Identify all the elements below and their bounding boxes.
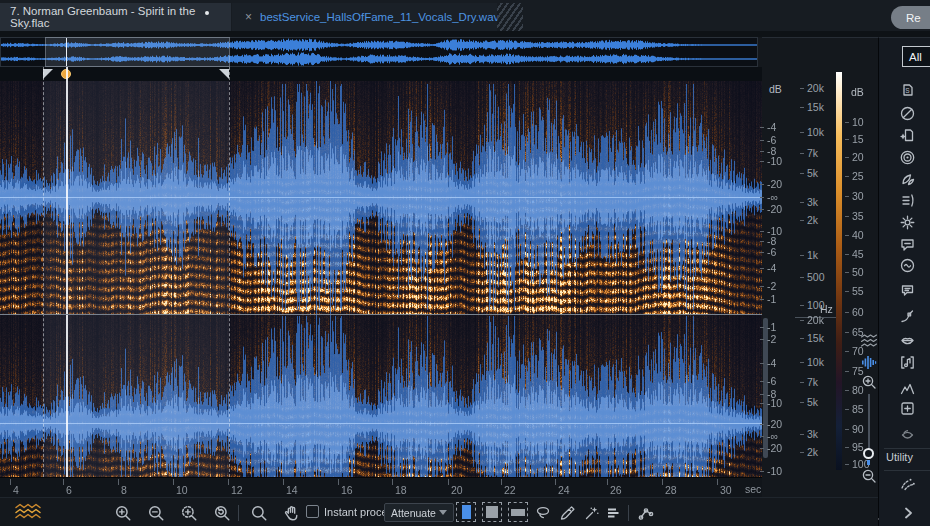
- colorbar-scale-label: 85: [845, 403, 864, 415]
- freq-scale-label: 3k: [800, 428, 818, 440]
- amp-scale-label: -6: [760, 375, 776, 387]
- colorbar-scale-label: 35: [845, 210, 864, 222]
- freq-scale-label: 20k: [800, 82, 824, 94]
- panel-collapse-chevron-icon[interactable]: [898, 503, 917, 522]
- tab-close-icon[interactable]: ×: [245, 10, 252, 24]
- automation-curve-icon[interactable]: [898, 307, 917, 326]
- colorbar-scale-label: 45: [845, 248, 864, 260]
- amp-scale-label: -4: [760, 357, 776, 369]
- time-selection-tool[interactable]: [456, 502, 476, 522]
- dialogue-contour-icon[interactable]: [898, 281, 917, 300]
- selection-left-edge[interactable]: [43, 67, 44, 477]
- dialogue-isolate-icon[interactable]: [898, 235, 917, 254]
- colorbar-scale-label: 40: [845, 229, 864, 241]
- zoom-in-icon[interactable]: [114, 504, 132, 522]
- spectrogram-settings-icon[interactable]: [14, 502, 44, 522]
- de-clip-icon[interactable]: [898, 104, 917, 123]
- svg-text:S: S: [905, 87, 910, 94]
- de-crackle-icon[interactable]: [898, 126, 917, 145]
- amp-scale-label: -2: [760, 280, 776, 292]
- process-mode-value: Attenuate: [391, 507, 436, 519]
- de-hum-icon[interactable]: [898, 148, 917, 167]
- freq-scale-label: 5k: [800, 396, 818, 408]
- freq-scale-label: 3k: [800, 196, 818, 208]
- module-filter-all-button[interactable]: All: [902, 46, 930, 67]
- render-button[interactable]: Re: [891, 6, 930, 29]
- amp-ruler-unit: dB: [769, 83, 782, 95]
- amp-scale-label: -10: [760, 397, 782, 409]
- overview-visible-window[interactable]: [45, 37, 230, 67]
- vertical-zoom-slider-track[interactable]: [868, 394, 870, 450]
- de-rustle-icon[interactable]: [898, 213, 917, 232]
- amp-scale-label: -4: [760, 262, 776, 274]
- music-rebalance-icon[interactable]: [898, 353, 917, 372]
- de-ess-icon[interactable]: [898, 256, 917, 275]
- selection-right-edge[interactable]: [229, 67, 230, 477]
- vertical-zoom-slider-tick: [867, 460, 870, 465]
- tab-active-file[interactable]: × bestService_HallsOfFame_11_Vocals_Dry.…: [232, 3, 497, 31]
- instant-process-checkbox[interactable]: [306, 505, 319, 518]
- amp-scale-label: -6: [760, 246, 776, 258]
- colorbar-scale-label: 50: [845, 266, 864, 278]
- batch-utility-icon[interactable]: [898, 474, 917, 493]
- de-reverb-icon[interactable]: [898, 191, 917, 210]
- colorbar-scale-label: 20: [845, 151, 864, 163]
- selection-left-handle[interactable]: [43, 69, 53, 79]
- freq-scale-label: 5k: [800, 167, 818, 179]
- time-ruler[interactable]: 4681012141618202224262830: [0, 477, 762, 497]
- zoom-reset-icon[interactable]: [213, 504, 231, 522]
- selection-marker-band[interactable]: [0, 67, 762, 81]
- amp-scale-label: -20: [760, 178, 782, 190]
- repair-assistant-icon[interactable]: [898, 399, 917, 418]
- de-noise-icon[interactable]: [898, 170, 917, 189]
- freq-scale-label: 10k: [800, 356, 824, 368]
- freq-scale-label: 15k: [800, 332, 824, 344]
- tab-inactive-file[interactable]: 7. Norman Greenbaum - Spirit in the Sky.…: [0, 3, 231, 31]
- spectral-repair-icon[interactable]: [898, 379, 917, 398]
- time-ruler-unit: sec: [745, 483, 761, 495]
- amp-scale-label: -1: [760, 293, 776, 305]
- freq-scale-label: 1k: [800, 249, 818, 261]
- amp-scale-label: -10: [760, 155, 782, 167]
- freq-scale-label: 500: [800, 271, 825, 283]
- lasso-tool-icon[interactable]: [534, 504, 552, 522]
- tab-modified-dot: [205, 11, 209, 15]
- zoom-out-icon[interactable]: [147, 504, 165, 522]
- tab-drag-hatch: [497, 3, 523, 31]
- freq-scale-label: 20k: [800, 314, 824, 326]
- utility-separator-top: [884, 448, 930, 449]
- amp-scale-label: -∞: [760, 191, 778, 203]
- time-frequency-selection-tool[interactable]: [482, 502, 502, 522]
- colorbar-scale-label: 30: [845, 190, 864, 202]
- overview-playhead: [66, 38, 67, 66]
- freq-scale-label: 2k: [800, 446, 818, 458]
- vertical-zoom-in-icon[interactable]: [861, 374, 877, 390]
- spectrogram-colorbar[interactable]: [836, 72, 842, 470]
- colorbar-scale-label: 90: [845, 423, 864, 435]
- zoom-tool-icon[interactable]: [250, 504, 268, 522]
- vertical-zoom-slider-handle[interactable]: [863, 448, 874, 459]
- selection-region[interactable]: [43, 81, 229, 477]
- amp-scale-label: -1: [760, 321, 776, 333]
- frequency-selection-tool[interactable]: [508, 502, 528, 522]
- find-similar-icon[interactable]: [604, 504, 622, 522]
- brush-tool-icon[interactable]: [558, 504, 576, 522]
- breath-control-icon[interactable]: [898, 331, 917, 350]
- de-bleed-icon[interactable]: S: [898, 81, 917, 100]
- spectrogram-view-icon[interactable]: [860, 334, 878, 348]
- toolbar-separator: [628, 505, 629, 521]
- signal-chain-icon[interactable]: [636, 504, 656, 522]
- vertical-zoom-out-icon[interactable]: [861, 468, 877, 484]
- waveform-view-icon[interactable]: [861, 355, 877, 374]
- rx-audio-editor-window: 7. Norman Greenbaum - Spirit in the Sky.…: [0, 0, 930, 526]
- selection-right-handle[interactable]: [219, 69, 229, 79]
- zoom-selection-icon[interactable]: [180, 504, 198, 522]
- colorbar-scale-label: 95: [845, 441, 864, 453]
- process-mode-dropdown[interactable]: Attenuate: [384, 503, 454, 522]
- channel-divider[interactable]: [0, 314, 762, 315]
- mouth-de-click-icon[interactable]: [898, 425, 917, 444]
- toolbar-separator: [238, 505, 239, 521]
- colorbar-scale-label: 10: [845, 116, 864, 128]
- hand-tool-icon[interactable]: [282, 503, 301, 522]
- magic-wand-icon[interactable]: [582, 504, 600, 522]
